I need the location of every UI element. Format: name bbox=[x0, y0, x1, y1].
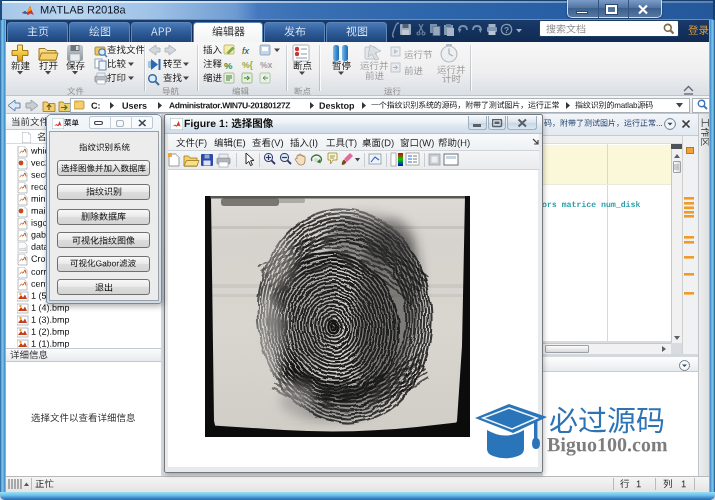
svg-text:%: % bbox=[224, 60, 233, 71]
svg-text:fx: fx bbox=[242, 46, 250, 56]
svg-text:%{: %{ bbox=[242, 60, 254, 70]
svg-text:%x: %x bbox=[260, 60, 273, 70]
svg-text:vcd: vcd bbox=[19, 247, 27, 252]
svg-text:?: ? bbox=[504, 25, 509, 35]
